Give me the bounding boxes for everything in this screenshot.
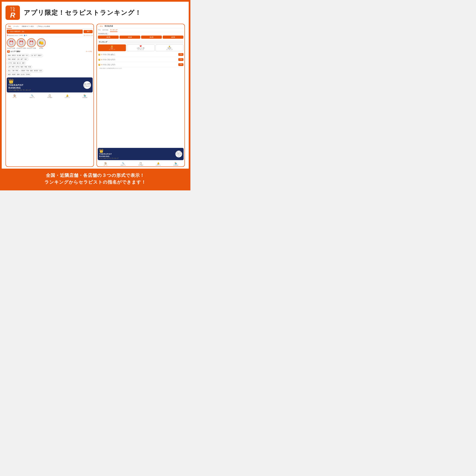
left-phone-tabs: 予約 クーポン 回数券/ギフト購入 ご予約なしのお客様 <box>6 24 94 29</box>
rp-nav-search[interactable]: 🔍 検索する <box>115 162 132 166</box>
nav-notice[interactable]: 🔔 お知らせ <box>58 94 76 98</box>
fix-button[interactable]: 固定 <box>21 30 25 33</box>
area-tag[interactable]: 両国・錦糸町・小岩・森下・瑞江 <box>7 58 28 61</box>
book-btn-3[interactable]: 予約 <box>178 63 183 66</box>
rank-type-nomination[interactable]: 👑 指名ランキング <box>98 44 126 51</box>
area-tag[interactable]: 上野・神田・北千住・亀有・青砥・町屋 <box>7 65 32 68</box>
nav-search[interactable]: 🔍 検索する <box>23 94 41 98</box>
area-tag[interactable]: 流山・三郷・野田 <box>7 69 19 72</box>
rank-type-favorites-label: お気に入り数ランキング <box>137 47 144 50</box>
tab-coupon[interactable]: クーポン <box>12 25 20 29</box>
rp-tab-ranking[interactable]: ランキング <box>110 29 118 32</box>
rp-banner-bubble: お近くの店舗に人気セラピストがいるかも!? <box>175 151 182 157</box>
rank-name-1: りらくる はなこ <box>103 53 177 56</box>
time-btn-0[interactable]: 16:35 <box>98 35 119 39</box>
search-nav-icon: 🔍 <box>31 94 34 97</box>
nav-home[interactable]: 🏠 ホーム <box>6 94 23 98</box>
crown-3: 👑 <box>98 64 101 66</box>
tag-row-5: 銀座・有楽町・新橋・丸の内・日本橋 <box>7 73 93 76</box>
area-tag[interactable]: 柏・松戸・我孫子 <box>30 54 43 57</box>
area-tag[interactable]: 船橋・津田沼・本八幡・浦安・市川 <box>7 54 30 57</box>
rank-name-2: りらくる たろう <box>103 58 177 61</box>
crown-1: 👑 <box>98 53 101 56</box>
home-icon: 🏠 <box>13 94 16 97</box>
book-btn-2[interactable]: 予約 <box>178 58 183 61</box>
area-header: 地 エリアで探す すべて見る <box>6 50 94 53</box>
left-phone-banner[interactable]: ✦ ✦ ✦ 👑 THERAPIST RANKING りらくるセラピストランキング… <box>7 77 93 92</box>
nav-home-label: ホーム <box>13 97 17 98</box>
area-tag[interactable]: 八千代・佐倉・鎌ヶ谷・成田 <box>7 62 26 65</box>
tab-gift[interactable]: 回数券/ギフト購入 <box>21 25 35 29</box>
header: りらくる R アプリ限定！セラピストランキング！ <box>2 2 189 22</box>
rp-nav-store[interactable]: 🏪 店舗連絡 <box>167 162 185 166</box>
rp-tab-reservation[interactable]: 予約 <box>98 29 101 32</box>
left-phone-nav: 🏠 ホーム 🔍 検索する 📋 予約履歴 🔔 お知らせ 🏪 店舗連絡 <box>6 93 94 99</box>
ranking-header: ランキング <box>98 40 183 44</box>
bottom-section: 全国・近隣店舗・各店舗の３つの形式で表示！ ランキングからセラピストの指名ができ… <box>2 169 189 189</box>
location-button[interactable]: 📍 場所 ＋ <box>84 30 93 33</box>
time-section: 予約時間を選ぶ 16:35 16:40 16:45 16:50 <box>97 32 185 40</box>
time-btn-3[interactable]: 16:50 <box>163 35 183 39</box>
search-button[interactable]: 🔍 現在の検索条件 固定 <box>7 30 83 34</box>
rp-history-icon: 📋 <box>139 162 142 164</box>
nav-history-label: 予約履歴 <box>47 97 52 98</box>
phones-row: 予約 クーポン 回数券/ギフト購入 ご予約なしのお客様 🔍 現在の検索条件 固定… <box>2 22 189 169</box>
crown-2: 👑 <box>98 58 101 61</box>
tag-row-2: 八千代・佐倉・鎌ヶ谷・成田 <box>7 62 93 65</box>
right-phone-nav: 🏠 ホーム 🔍 検索する 📋 予約履歴 🔔 お知らせ 🏪 店舗連絡 <box>97 161 185 167</box>
rp-nav-notice[interactable]: 🔔 お知らせ <box>149 162 167 166</box>
right-phone-header: ＜ 戻る 市川北方店 <box>97 24 185 28</box>
book-btn-1[interactable]: 予約 <box>178 53 183 56</box>
see-all-link[interactable]: すべて見る <box>86 51 92 52</box>
calendar-icon: 📅 <box>7 35 8 36</box>
image-item-1: ⏰ 22:00台まで営業 <box>17 38 26 49</box>
rank-row-1: 👑 1 りらくる はなこ 予約 <box>98 52 183 57</box>
right-phone-banner[interactable]: ✦ ✦ ✦ 👑 THERAPIST RANKING りらくるセラピストランキング… <box>98 148 184 160</box>
clock-icon: 🕐 <box>18 35 20 36</box>
rank-row-2: 👑 2 りらくる たろう 予約 <box>98 57 183 62</box>
back-button[interactable]: ＜ 戻る <box>98 25 103 27</box>
rank-num-3: 3 <box>101 64 102 66</box>
ranking-types: 👑 指名ランキング ❤️ お気に入り数ランキング 🔒 施術数ランキング <box>98 44 183 51</box>
tag-row-0: 船橋・津田沼・本八幡・浦安・市川 柏・松戸・我孫子 <box>7 54 93 57</box>
rp-search-icon: 🔍 <box>122 162 124 164</box>
shop-label-1: 22:00台まで営業 <box>17 48 26 49</box>
area-icon: 地 <box>7 50 10 53</box>
nav-store[interactable]: 🏪 店舗連絡 <box>76 94 94 98</box>
rp-nav-home[interactable]: 🏠 ホーム <box>97 162 115 166</box>
rp-tab-basic-info[interactable]: 基本情報 <box>102 29 108 32</box>
right-phone: ＜ 戻る 市川北方店 予約 基本情報 ランキング 予約時間を選ぶ 16:35 1… <box>97 24 185 167</box>
crown-rank-icon: 👑 <box>111 45 113 47</box>
rank-type-favorites[interactable]: ❤️ お気に入り数ランキング <box>127 44 155 51</box>
rp-home-icon: 🏠 <box>104 162 107 164</box>
rp-store-icon: 🏪 <box>174 162 177 164</box>
rp-banner-line1: THERAPIST <box>99 153 119 155</box>
nearby-label[interactable]: 近くのりらくる <box>84 34 93 36</box>
history-icon: 📋 <box>49 94 51 97</box>
banner-title-line2: RANKING <box>8 86 31 89</box>
time-section-label: 予約時間を選ぶ <box>98 33 183 35</box>
nav-history[interactable]: 📋 予約履歴 <box>41 94 59 98</box>
store-icon: 🏪 <box>84 94 86 97</box>
right-phone-tabs: 予約 基本情報 ランキング <box>97 28 185 32</box>
banner-text: 👑 THERAPIST RANKING りらくるセラピストランキング <box>8 79 31 91</box>
area-tag[interactable]: 西新井・草加・越谷・春日部・久喜 <box>20 69 43 72</box>
shop-image-1: ⏰ <box>17 38 26 47</box>
rp-nav-history[interactable]: 📋 予約履歴 <box>132 162 150 166</box>
tab-reservation[interactable]: 予約 <box>7 25 12 29</box>
rank-num-1: 1 <box>101 53 102 55</box>
ranking-section: ランキング 👑 指名ランキング ❤️ お気に入り数ランキング 🔒 施術数ランキン… <box>97 40 185 147</box>
header-title: アプリ限定！セラピストランキング！ <box>24 8 141 17</box>
shop-label-3: 24:00台 <box>39 48 43 49</box>
heart-rank-icon: ❤️ <box>140 45 142 47</box>
rp-bell-icon: 🔔 <box>157 162 159 164</box>
time-btn-2[interactable]: 16:45 <box>141 35 162 39</box>
rank-num-2: 2 <box>101 59 102 61</box>
time-btn-1[interactable]: 16:40 <box>119 35 140 39</box>
rank-type-nomination-label: 指名ランキング <box>109 47 115 50</box>
rank-type-treatments[interactable]: 🔒 施術数ランキング <box>155 44 183 51</box>
area-tag[interactable]: 銀座・有楽町・新橋・丸の内・日本橋 <box>7 73 31 76</box>
rank-type-treatments-label: 施術数ランキング <box>166 47 173 50</box>
tab-no-reservation[interactable]: ご予約なしのお客様 <box>35 25 51 29</box>
people-icon: 👤 <box>24 35 25 36</box>
